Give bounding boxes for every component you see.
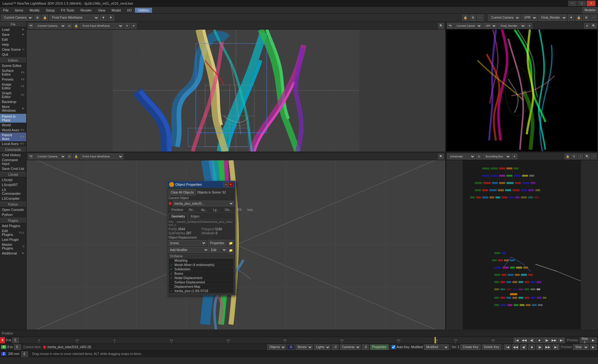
stop-button[interactable]: ■ <box>536 338 543 343</box>
modifier-row-morph-mixer[interactable]: ✓ Morph Mixer (4 endomorphs) <box>169 263 234 267</box>
view-dropdown-icon[interactable]: ▼ <box>100 15 107 21</box>
sidebar-save[interactable]: Save ▼ <box>0 32 26 37</box>
menu-model[interactable]: Model <box>108 8 124 13</box>
sidebar-world-axes[interactable]: World Axes +F5 <box>0 128 26 133</box>
modifier-row-surface-displacement[interactable]: Surface Displacement <box>169 280 234 285</box>
modifier-row-subdivision[interactable]: ✓ Subdivision <box>169 267 234 272</box>
dialog-title-bar[interactable]: Object Properties ─ ✕ <box>167 181 235 188</box>
sidebar-local-axes[interactable]: Local Axes +F7 <box>0 141 26 146</box>
cameras-select[interactable]: Cameras <box>340 344 361 350</box>
schematic-lock[interactable]: 🔒 <box>565 154 570 159</box>
menu-utilities[interactable]: Utilities <box>135 8 152 13</box>
bones-select[interactable]: Bones <box>296 344 313 350</box>
tab-ap[interactable]: Ap... <box>198 207 210 212</box>
play-realtime[interactable]: ▶ <box>590 338 597 343</box>
view-mode-select-left[interactable]: Front Face Wireframe <box>49 15 99 21</box>
dialog-minimize-button[interactable]: ─ <box>223 182 228 187</box>
step-back-button[interactable]: ◀| <box>528 338 535 343</box>
delete-key-button[interactable]: Delete Key <box>482 344 501 350</box>
maximize-button[interactable]: □ <box>577 1 586 6</box>
menu-view[interactable]: View <box>95 8 108 13</box>
sidebar-parent-axes[interactable]: Parent Axes +F6 <box>0 133 26 141</box>
vp-left-grid-icon[interactable]: ⊞ <box>67 23 72 29</box>
add-modifier-select[interactable]: Add Modifier <box>168 247 209 253</box>
tab-lg[interactable]: Lg... <box>210 207 222 212</box>
vp-bottom-camera-icon[interactable]: 📷 <box>28 154 34 159</box>
viewport-schematic[interactable]: Schematic ⊞ Bounding Box ▼ 🔒 ⚙ + 🔍 ⋯ <box>445 152 598 330</box>
render-mode-select[interactable]: Final_Render <box>539 15 567 21</box>
menu-setup[interactable]: Setup <box>43 8 58 13</box>
tab-inst[interactable]: Inst... <box>244 207 258 212</box>
modifier-row-nodal-displacement[interactable]: ✓ Nodal Displacement <box>169 276 234 280</box>
tab-primitive[interactable]: Primitive <box>168 207 186 212</box>
x-e-button[interactable]: E <box>12 338 19 343</box>
modifier-row-bones[interactable]: ✓ Bones <box>169 272 234 276</box>
viewport-render[interactable]: 📷 Current Camera VPR Final_Render ▼ ⚙ 🔍 <box>445 22 598 152</box>
sidebar-image-editor[interactable]: Image Editor F6 <box>0 82 26 91</box>
tab-geometry[interactable]: Geometry <box>168 214 188 219</box>
camera-lock-icon[interactable]: 🔒 <box>42 15 48 21</box>
sidebar-edit-plugins[interactable]: Edit Plugins 'F11 <box>0 228 26 237</box>
sidebar-world[interactable]: World <box>0 123 26 128</box>
replacement-properties-button[interactable]: Properties <box>208 240 226 246</box>
vp-bottom-canvas[interactable] <box>27 160 445 329</box>
step-label[interactable]: Step 1 <box>580 338 589 343</box>
vp-right-settings[interactable]: ⚙ <box>584 23 590 29</box>
view-mode-vpr[interactable]: VPR <box>521 15 537 21</box>
vp-left-camera-select[interactable]: Current Camera <box>35 23 66 29</box>
render-lock-icon[interactable]: 🔒 <box>576 15 582 21</box>
sidebar-parent-in-place[interactable]: Parent in Place <box>0 114 26 123</box>
objects-select[interactable]: Objects <box>267 344 286 350</box>
sidebar-more-windows[interactable]: More Windows ▼ <box>0 104 26 113</box>
schematic-extra3[interactable]: ⋯ <box>591 154 596 159</box>
vp-right-vpr-select[interactable]: VPR <box>483 23 497 29</box>
schematic-settings[interactable]: ⚙ <box>571 154 577 159</box>
vp-right-zoom[interactable]: 🔍 <box>591 23 596 29</box>
render-dropdown-icon[interactable]: ▼ <box>568 15 574 21</box>
modifier-row-inertia[interactable]: ✓ Inertia_plus (1.00) 07/18 <box>169 289 234 293</box>
timeline-track[interactable]: -5 -15 0 10 20 30 40 50 62 70 80 <box>20 337 512 343</box>
vp-bottom-camera-select[interactable]: Current Camera <box>35 154 66 159</box>
next-frame-button2[interactable]: |▶ <box>536 344 543 350</box>
modeler-button[interactable]: Modeler <box>582 7 598 13</box>
sidebar-last-plugin[interactable]: Last Plugin <box>0 237 26 242</box>
sidebar-load[interactable]: Load ▼ <box>0 27 26 32</box>
vp-bottom-grid-icon[interactable]: ⊞ <box>67 154 72 159</box>
sidebar-graph-editor[interactable]: Graph Editor F2 <box>0 91 26 99</box>
sidebar-ls-commander[interactable]: LS Commander <box>0 187 26 196</box>
sidebar-add-plugins[interactable]: Add Plugins <box>0 223 26 228</box>
schematic-extra1[interactable]: + <box>578 154 583 159</box>
bounding-box-dropdown[interactable]: ▼ <box>512 154 517 159</box>
vp-right-camera-icon[interactable]: 📷 <box>447 23 453 29</box>
lights-select[interactable]: Lights <box>314 344 330 350</box>
play-back-button[interactable]: ◀◀ <box>521 338 528 343</box>
modifier-row-displacement-map[interactable]: Displacement Map <box>169 285 234 289</box>
schematic-toggle[interactable]: ⊞ <box>476 154 482 159</box>
vp-left-zoom[interactable]: 🔍 <box>438 23 444 29</box>
end-right-button[interactable]: ▶| <box>553 344 559 350</box>
cameras-toggle[interactable]: -0 <box>362 344 369 350</box>
lights-toggle[interactable]: -0 <box>332 344 339 350</box>
play-forward-button[interactable]: ▶▶ <box>551 338 558 343</box>
vp-camera-icon[interactable]: 📷 <box>28 23 34 29</box>
step-forward-button[interactable]: |▶ <box>543 338 550 343</box>
sidebar-lscript-rt[interactable]: LScript/RT <box>0 182 26 187</box>
minimize-button[interactable]: ─ <box>568 1 577 6</box>
sidebar-command-input[interactable]: Command Input <box>0 157 26 166</box>
vp-lock-icon[interactable]: 🔒 <box>462 15 468 21</box>
vp-extra-icon[interactable]: ⋯ <box>477 15 483 21</box>
timeline[interactable]: X 0 m E -5 -15 0 10 20 30 40 50 62 70 80 <box>0 337 598 343</box>
bounding-box-select[interactable]: Bounding Box <box>483 154 511 159</box>
viewport-3d-main[interactable]: 📷 Current Camera ⊞ 🔒 Front Face Wirefram… <box>26 22 445 152</box>
vp-left-lock-icon[interactable]: 🔒 <box>73 23 79 29</box>
vp-right-render-select[interactable]: Final_Render <box>498 23 526 29</box>
sidebar-clear-scene[interactable]: Clear Scene +I <box>0 47 26 52</box>
vp-left-canvas[interactable] <box>27 30 445 152</box>
schematic-canvas[interactable] <box>446 160 598 329</box>
menu-fx-tools[interactable]: FX Tools <box>58 8 78 13</box>
schematic-extra2[interactable]: 🔍 <box>584 154 590 159</box>
vp-bottom-zoom[interactable]: 🔍 <box>438 154 444 159</box>
tab-re[interactable]: Re... <box>186 207 198 212</box>
close-button[interactable]: ✕ <box>587 1 596 6</box>
end-left-button[interactable]: |◀ <box>504 344 511 350</box>
